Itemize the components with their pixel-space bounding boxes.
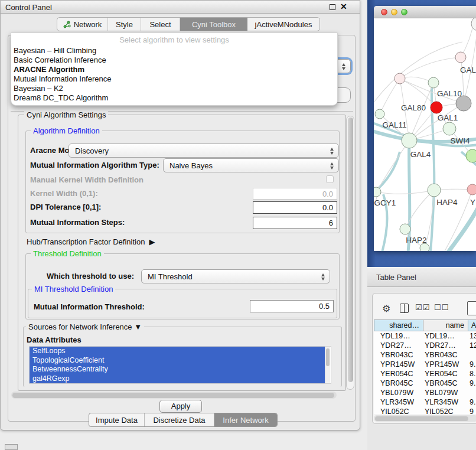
window-title: Control Panel bbox=[5, 3, 52, 12]
node-gal-cut[interactable] bbox=[455, 52, 466, 63]
node-label: GAL11 bbox=[382, 120, 406, 129]
network-view-window: GAL GAL80 GAL10 GAL1 GAL11 SWI4 GAL4 GCY… bbox=[374, 6, 476, 251]
close-traffic-light-icon[interactable] bbox=[381, 9, 387, 15]
tab-infer-network-label: Infer Network bbox=[223, 416, 268, 425]
node-gal1-red[interactable] bbox=[431, 102, 442, 113]
dropdown-item[interactable]: Dream8 DC_TDC Algorithm bbox=[14, 93, 108, 103]
table-panel-title: Table Panel bbox=[376, 273, 416, 282]
bottom-tabbar: Impute Data Discretize Data Infer Networ… bbox=[89, 413, 278, 427]
deselect-checkboxes-icon[interactable]: ☐☐ bbox=[434, 303, 449, 312]
table-row[interactable]: YBR045CYBR045C9. bbox=[374, 379, 476, 388]
combo-stepper-icon bbox=[330, 147, 334, 155]
settings-horizontal-scrollbar[interactable] bbox=[11, 392, 337, 399]
table-row[interactable]: YPR145WYPR145W9. bbox=[374, 360, 476, 369]
network-window-titlebar bbox=[374, 6, 476, 18]
tab-cyni-toolbox-label: Cyni Toolbox bbox=[192, 20, 236, 29]
node-hap2[interactable] bbox=[400, 224, 410, 234]
node-gal80[interactable] bbox=[395, 73, 405, 84]
data-attributes-label: Data Attributes bbox=[27, 335, 81, 345]
data-attributes-list[interactable]: SelfLoops TopologicalCoefficient Between… bbox=[29, 346, 331, 384]
close-icon[interactable]: ✕ bbox=[340, 2, 347, 11]
dropdown-item-selected[interactable]: ARACNE Algorithm bbox=[14, 65, 84, 74]
table-row[interactable]: YBL079WYBL079W bbox=[374, 388, 476, 397]
mi-type-label: Mutual Information Algorithm Type: bbox=[30, 161, 159, 170]
table-panel-area: ⚙ ☑☑ ☐☐ shared… name A YDL19…YDL19…13 YD… bbox=[367, 287, 476, 450]
table-row[interactable]: YDR27…YDR27…12 bbox=[374, 341, 476, 350]
aracne-mode-combobox[interactable]: Discovery bbox=[69, 144, 339, 158]
list-item[interactable]: gal4RGexp bbox=[30, 374, 325, 384]
node-gal4[interactable] bbox=[402, 133, 417, 148]
column-header-cut[interactable]: A bbox=[468, 319, 476, 331]
table-row[interactable]: YIL052CYIL052C9 bbox=[374, 407, 476, 414]
list-item[interactable]: SelfLoops bbox=[30, 347, 325, 356]
sources-toggle[interactable]: Sources for Network Inference ▼ bbox=[26, 322, 144, 331]
table-horizontal-scrollbar[interactable] bbox=[374, 415, 476, 422]
dropdown-prompt: Select algorithm to view settings bbox=[11, 35, 337, 44]
node-green[interactable] bbox=[466, 149, 476, 162]
tab-network[interactable]: Network bbox=[57, 18, 108, 31]
mi-steps-field[interactable]: 6 bbox=[253, 217, 337, 229]
apply-button[interactable]: Apply bbox=[159, 400, 202, 413]
node-label: HAP4 bbox=[436, 198, 458, 207]
export-table-icon[interactable] bbox=[467, 301, 476, 315]
list-item[interactable]: BetweennessCentrality bbox=[30, 365, 325, 374]
node-hap4[interactable] bbox=[428, 184, 441, 197]
dropdown-item[interactable]: Bayesian – K2 bbox=[14, 84, 63, 93]
hub-definition-toggle[interactable]: Hub/Transcription Factor Definition▶ bbox=[27, 237, 155, 247]
node-label: GAL4 bbox=[410, 150, 431, 159]
top-tabbar: Network Style Select Cyni Toolbox jActiv… bbox=[57, 17, 320, 31]
network-graph-canvas[interactable]: GAL GAL80 GAL10 GAL1 GAL11 SWI4 GAL4 GCY… bbox=[374, 18, 476, 251]
select-all-checkboxes-icon[interactable]: ☑☑ bbox=[415, 303, 430, 312]
column-header-shared-name[interactable]: shared… bbox=[374, 319, 423, 331]
columns-icon[interactable] bbox=[400, 304, 409, 313]
hub-definition-label: Hub/Transcription Factor Definition bbox=[27, 237, 145, 246]
mi-threshold-field[interactable]: 0.5 bbox=[250, 300, 334, 312]
tab-discretize-data-label: Discretize Data bbox=[153, 416, 205, 425]
tab-impute-data[interactable]: Impute Data bbox=[89, 413, 145, 426]
node-label: HAP2 bbox=[406, 236, 426, 244]
manual-kernel-checkbox[interactable] bbox=[326, 175, 334, 183]
tab-cyni-toolbox[interactable]: Cyni Toolbox bbox=[180, 18, 247, 31]
table-row[interactable]: YDL19…YDL19…13 bbox=[374, 331, 476, 341]
tab-style[interactable]: Style bbox=[108, 18, 141, 31]
tab-jactivemnodules[interactable]: jActiveMNodules bbox=[247, 18, 319, 31]
combo-stepper-icon bbox=[330, 162, 334, 170]
tab-infer-network[interactable]: Infer Network bbox=[214, 413, 277, 426]
table-row[interactable]: YER054CYER054C8. bbox=[374, 369, 476, 379]
tab-discretize-data[interactable]: Discretize Data bbox=[145, 413, 214, 426]
minimize-traffic-light-icon[interactable] bbox=[391, 9, 397, 15]
dropdown-item[interactable]: Basic Correlation Inference bbox=[14, 56, 106, 65]
collapsed-corner-widget[interactable] bbox=[5, 444, 18, 450]
float-window-icon[interactable] bbox=[330, 4, 335, 10]
node-pink[interactable] bbox=[467, 184, 476, 195]
column-header-name[interactable]: name bbox=[423, 319, 468, 331]
kernel-width-label: Kernel Width (0,1): bbox=[30, 189, 98, 198]
mi-type-combobox[interactable]: Naive Bayes bbox=[163, 158, 339, 172]
which-threshold-label: Which threshold to use: bbox=[47, 272, 134, 281]
cyni-algorithm-settings-group: Cyni Algorithm Settings Algorithm Defini… bbox=[18, 115, 346, 391]
node-gal10[interactable] bbox=[428, 77, 439, 88]
node-label: SWI4 bbox=[450, 136, 470, 145]
settings-group-title: Cyni Algorithm Settings bbox=[24, 110, 108, 119]
network-icon bbox=[63, 21, 71, 28]
dropdown-item[interactable]: Bayesian – Hill Climbing bbox=[14, 46, 96, 56]
which-threshold-combobox[interactable]: MI Threshold bbox=[141, 269, 330, 283]
desktop-background: GAL GAL80 GAL10 GAL1 GAL11 SWI4 GAL4 GCY… bbox=[367, 0, 476, 267]
table-row[interactable]: YBR043CYBR043C bbox=[374, 350, 476, 360]
threshold-definition-title: Threshold Definition bbox=[31, 249, 104, 258]
node-swi4[interactable] bbox=[443, 122, 456, 135]
settings-vertical-scrollbar[interactable] bbox=[346, 116, 354, 390]
dropdown-item[interactable]: Mutual Information Inference bbox=[14, 74, 111, 84]
list-vertical-scrollbar[interactable] bbox=[325, 347, 330, 383]
table-body[interactable]: YDL19…YDL19…13 YDR27…YDR27…12 YBR043CYBR… bbox=[374, 331, 476, 414]
zoom-traffic-light-icon[interactable] bbox=[401, 9, 407, 15]
node-gal11[interactable] bbox=[375, 109, 384, 119]
table-row[interactable]: YLR345WYLR345W9. bbox=[374, 397, 476, 407]
sources-title: Sources for Network Inference bbox=[28, 322, 132, 331]
node-gcy1[interactable] bbox=[374, 187, 381, 197]
list-item[interactable]: TopologicalCoefficient bbox=[30, 356, 325, 366]
tab-style-label: Style bbox=[116, 20, 133, 29]
dpi-tolerance-field[interactable]: 0.0 bbox=[253, 201, 337, 214]
gear-icon[interactable]: ⚙ bbox=[382, 303, 390, 314]
tab-select[interactable]: Select bbox=[141, 18, 180, 31]
